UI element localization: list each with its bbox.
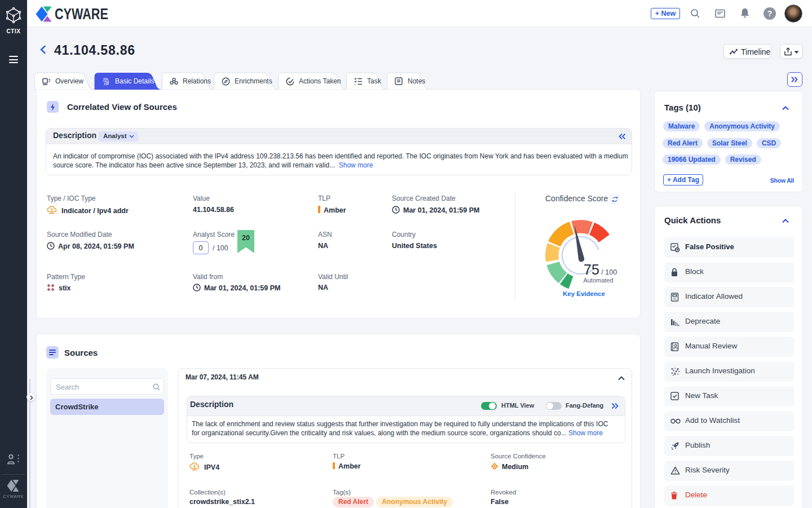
svg-text:?: ? <box>767 9 773 18</box>
svg-text:4: 4 <box>51 207 54 212</box>
svg-text:4: 4 <box>193 463 196 469</box>
svg-text:20: 20 <box>242 234 250 242</box>
